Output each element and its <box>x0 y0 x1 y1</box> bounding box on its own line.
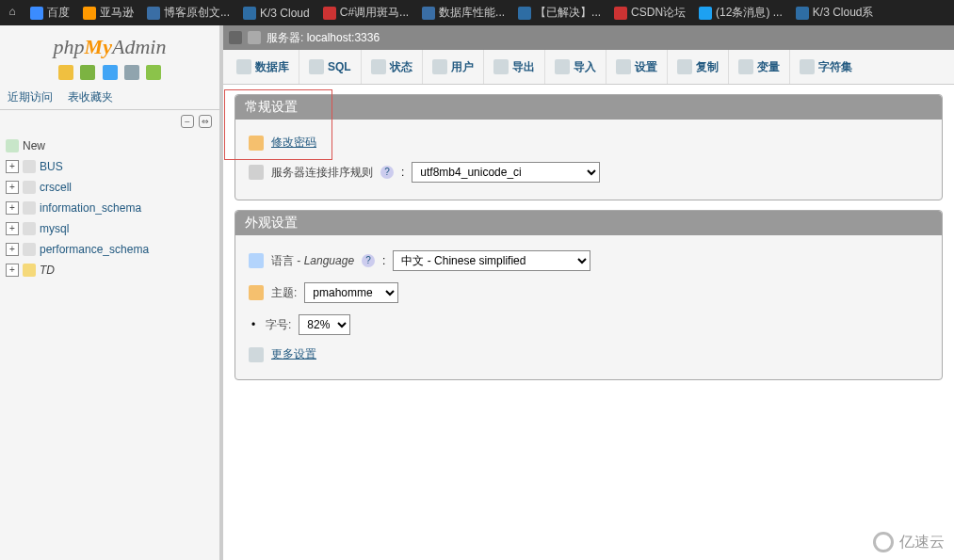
font-label: 字号: <box>266 317 291 333</box>
browser-tab[interactable]: 博客原创文... <box>143 5 234 21</box>
sidebar: phpMyAdmin 近期访问 表收藏夹 – ⇔ New +BUS +crsce… <box>0 25 223 560</box>
language-label: 语言 - Language <box>271 253 354 269</box>
appearance-settings-panel: 外观设置 语言 - Language ?: 中文 - Chinese simpl… <box>234 210 943 380</box>
browser-tab[interactable]: CSDN论坛 <box>610 5 689 21</box>
browser-tab[interactable]: 百度 <box>26 5 73 21</box>
home-icon[interactable]: ⌂ <box>4 5 21 22</box>
expand-icon[interactable]: + <box>6 160 19 173</box>
browser-tab[interactable]: 数据库性能... <box>418 5 509 21</box>
tab-import[interactable]: 导入 <box>544 50 606 84</box>
tab-sql[interactable]: SQL <box>299 50 361 84</box>
home-icon[interactable] <box>58 65 73 80</box>
tree-new[interactable]: New <box>2 136 218 156</box>
bullet-icon: • <box>249 318 258 331</box>
favicon-k3 <box>243 7 256 20</box>
watermark-text: 亿速云 <box>899 533 945 552</box>
settings-icon[interactable] <box>124 65 139 80</box>
collation-label: 服务器连接排序规则 <box>271 165 373 181</box>
tab-databases[interactable]: 数据库 <box>227 50 299 84</box>
expand-icon[interactable]: + <box>6 222 19 235</box>
theme-icon <box>249 285 264 300</box>
recent-tab[interactable]: 近期访问 <box>0 86 60 109</box>
tree-db[interactable]: +mysql <box>2 218 218 239</box>
favicon-msg <box>699 7 712 20</box>
more-settings-link[interactable]: 更多设置 <box>271 346 316 362</box>
favicon-k <box>518 7 531 20</box>
tab-settings[interactable]: 设置 <box>606 50 667 84</box>
export-icon <box>493 59 509 74</box>
browser-tab[interactable]: (12条消息) ... <box>695 5 786 21</box>
db-icon <box>23 160 36 173</box>
db-icon <box>23 222 36 235</box>
collation-select[interactable]: utf8mb4_unicode_ci <box>412 162 600 183</box>
tab-charsets[interactable]: 字符集 <box>789 50 862 84</box>
tab-users[interactable]: 用户 <box>422 50 483 84</box>
status-icon <box>371 59 386 74</box>
tree-db[interactable]: +information_schema <box>2 198 218 218</box>
language-select[interactable]: 中文 - Chinese simplified <box>393 250 590 271</box>
wrench-icon <box>249 347 264 362</box>
panel-title: 外观设置 <box>235 211 942 235</box>
tab-status[interactable]: 状态 <box>361 50 422 84</box>
vars-icon <box>738 59 753 74</box>
nav-left-icon[interactable] <box>229 31 242 44</box>
expand-icon[interactable]: + <box>6 181 19 194</box>
sql-icon <box>309 59 324 74</box>
tree-db[interactable]: +BUS <box>2 156 218 177</box>
more-settings-row: 更多设置 <box>235 341 942 368</box>
server-icon <box>248 31 261 44</box>
favicon-blog <box>147 7 160 20</box>
expand-icon[interactable]: + <box>6 201 19 215</box>
browser-tab-strip: ⌂ 百度 亚马逊 博客原创文... K/3 Cloud C#调用斑马... 数据… <box>0 0 954 25</box>
tab-export[interactable]: 导出 <box>483 50 544 84</box>
db-tree: New +BUS +crscell +information_schema +m… <box>0 132 219 284</box>
db-icon <box>236 59 251 74</box>
browser-tab[interactable]: 【已解决】... <box>514 5 605 21</box>
settings-icon <box>616 59 631 74</box>
help-icon[interactable]: ? <box>380 166 394 179</box>
server-bar: 服务器: localhost:3336 <box>223 25 954 50</box>
expand-icon[interactable]: + <box>6 243 19 256</box>
watermark-icon <box>873 532 894 552</box>
new-db-icon <box>6 139 19 152</box>
db-icon <box>23 181 36 194</box>
change-password-link[interactable]: 修改密码 <box>271 135 316 151</box>
general-settings-panel: 常规设置 修改密码 服务器连接排序规则 ?: utf8mb4_unicode_c… <box>234 94 943 200</box>
users-icon <box>432 59 447 74</box>
help-icon[interactable]: ? <box>362 254 375 267</box>
browser-tab[interactable]: K/3 Cloud <box>239 7 314 20</box>
docs-icon[interactable] <box>103 65 118 80</box>
browser-tab[interactable]: 亚马逊 <box>79 5 137 21</box>
favicon-k <box>796 7 809 20</box>
logout-icon[interactable] <box>80 65 95 80</box>
favorites-tab[interactable]: 表收藏夹 <box>60 86 121 109</box>
theme-row: 主题: pmahomme <box>235 277 942 309</box>
db-icon <box>23 264 36 277</box>
reload-icon[interactable] <box>146 65 161 80</box>
panel-title: 常规设置 <box>235 95 942 120</box>
collapse-icon[interactable]: – <box>181 115 194 128</box>
browser-tab[interactable]: C#调用斑马... <box>319 5 412 21</box>
theme-select[interactable]: pmahomme <box>304 282 398 303</box>
tree-db-selected[interactable]: +TD <box>2 260 218 280</box>
phpmyadmin-logo[interactable]: phpMyAdmin <box>0 25 219 63</box>
favicon-baidu <box>30 7 43 20</box>
import-icon <box>555 59 570 74</box>
theme-label: 主题: <box>271 285 297 301</box>
font-row: • 字号: 82% <box>235 309 942 341</box>
tree-db[interactable]: +crscell <box>2 177 218 198</box>
expand-icon[interactable]: + <box>6 264 19 277</box>
language-row: 语言 - Language ?: 中文 - Chinese simplified <box>235 245 942 277</box>
browser-tab[interactable]: K/3 Cloud系 <box>792 5 878 21</box>
server-label: 服务器: localhost:3336 <box>267 30 380 46</box>
collation-row: 服务器连接排序规则 ?: utf8mb4_unicode_ci <box>235 156 942 188</box>
main-tabs: 数据库 SQL 状态 用户 导出 导入 设置 复制 变量 字符集 <box>223 50 954 85</box>
link-icon[interactable]: ⇔ <box>199 115 212 128</box>
tree-db[interactable]: +performance_schema <box>2 239 218 260</box>
font-select[interactable]: 82% <box>299 314 350 335</box>
db-icon <box>23 201 36 215</box>
tab-replication[interactable]: 复制 <box>667 50 728 84</box>
tab-variables[interactable]: 变量 <box>728 50 789 84</box>
db-icon <box>23 243 36 256</box>
watermark: 亿速云 <box>873 532 945 552</box>
